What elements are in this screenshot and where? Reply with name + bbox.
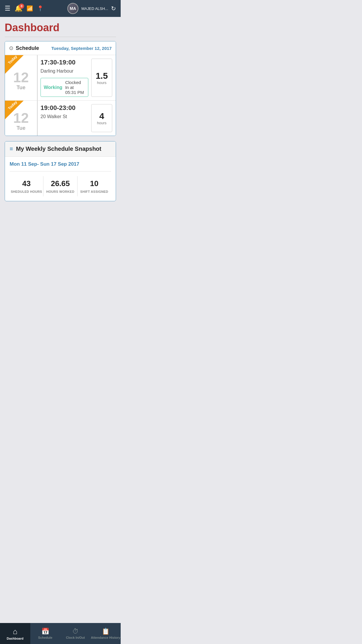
snapshot-title: My Weekly Schedule Snapshot — [16, 146, 101, 152]
notification-badge: 0 — [19, 4, 24, 9]
hours-number-2: 4 — [99, 111, 104, 121]
shift-date-number-2: 12 — [13, 111, 29, 125]
page-title: Dashboard — [5, 22, 116, 34]
stat-scheduled-label: SHEDULED HOURS — [11, 190, 42, 193]
schedule-title: Schedule — [16, 45, 39, 51]
stats-divider — [10, 171, 111, 172]
shift-details-2: 19:00-23:00 20 Walker St — [37, 101, 91, 136]
top-bar-right: MA MAJED ALSH... ↻ — [67, 3, 116, 14]
snapshot-header: ≡ My Weekly Schedule Snapshot — [5, 141, 116, 157]
hours-label-2: hours — [97, 121, 107, 125]
schedule-date: Tuesday, September 12, 2017 — [51, 46, 112, 51]
title-divider — [5, 37, 116, 37]
today-badge-2: Today 12 Tue — [5, 101, 37, 136]
stat-shifts-assigned: 10 SHIFT ASSIGNED — [77, 176, 111, 196]
stat-shifts-number: 10 — [90, 179, 99, 188]
shift-location-1: Darling Harbour — [41, 69, 88, 74]
shift-date-day-2: Tue — [17, 125, 26, 131]
working-label-1: Working — [44, 85, 62, 90]
shift-location-2: 20 Walker St — [41, 114, 88, 119]
schedule-header-left: ⊙ Schedule — [9, 45, 39, 51]
today-badge-1: Today 12 Tue — [5, 55, 37, 100]
snapshot-body: Mon 11 Sep- Sun 17 Sep 2017 43 SHEDULED … — [5, 157, 116, 201]
shift-item-1[interactable]: Today 12 Tue 17:30-19:00 Darling Harbour… — [5, 55, 116, 101]
stat-worked-label: HOURS WORKED — [46, 190, 75, 193]
stat-hours-worked: 26.65 HOURS WORKED — [43, 176, 77, 196]
clocked-text-1: Clocked In at 05:31 PM — [65, 80, 85, 95]
stat-worked-number: 26.65 — [51, 179, 70, 188]
hours-box-2: 4 hours — [91, 104, 112, 132]
page-content: Dashboard ⊙ Schedule Tuesday, September … — [0, 17, 121, 225]
wifi-icon: 📶 — [27, 5, 33, 12]
schedule-section: ⊙ Schedule Tuesday, September 12, 2017 T… — [5, 41, 116, 136]
shift-top-1: 17:30-19:00 Darling Harbour — [41, 59, 88, 77]
list-icon: ≡ — [10, 146, 13, 152]
shift-date-number-1: 12 — [13, 71, 29, 85]
stat-scheduled-hours: 43 SHEDULED HOURS — [10, 176, 43, 196]
notification-bell-wrapper: 🔔 0 — [15, 5, 22, 12]
stat-scheduled-number: 43 — [22, 179, 31, 188]
top-bar: ☰ 🔔 0 📶 📍 MA MAJED ALSH... ↻ — [0, 0, 121, 17]
shift-top-2: 19:00-23:00 20 Walker St — [41, 104, 88, 122]
clock-icon: ⊙ — [9, 45, 13, 51]
shift-time-1: 17:30-19:00 — [41, 59, 88, 66]
hamburger-menu[interactable]: ☰ — [5, 5, 10, 12]
shift-details-1: 17:30-19:00 Darling Harbour Working Cloc… — [37, 55, 91, 100]
stat-shifts-label: SHIFT ASSIGNED — [80, 190, 108, 193]
hours-box-1: 1.5 hours — [91, 59, 112, 97]
shift-time-2: 19:00-23:00 — [41, 104, 88, 112]
hours-label-1: hours — [97, 80, 107, 85]
top-bar-left: ☰ 🔔 0 📶 📍 — [5, 5, 43, 12]
avatar: MA — [67, 3, 78, 14]
location-icon: 📍 — [37, 5, 43, 12]
user-name: MAJED ALSH... — [81, 6, 108, 11]
stats-row: 43 SHEDULED HOURS 26.65 HOURS WORKED 10 … — [10, 176, 111, 196]
refresh-icon[interactable]: ↻ — [111, 5, 116, 12]
hours-number-1: 1.5 — [96, 71, 108, 80]
working-badge-1: Working Clocked In at 05:31 PM — [41, 78, 88, 97]
shift-date-day-1: Tue — [17, 85, 26, 91]
shift-item-2[interactable]: Today 12 Tue 19:00-23:00 20 Walker St 4 … — [5, 101, 116, 136]
weekly-snapshot-card: ≡ My Weekly Schedule Snapshot Mon 11 Sep… — [5, 141, 116, 201]
week-range: Mon 11 Sep- Sun 17 Sep 2017 — [10, 161, 111, 167]
schedule-header: ⊙ Schedule Tuesday, September 12, 2017 — [5, 41, 116, 55]
